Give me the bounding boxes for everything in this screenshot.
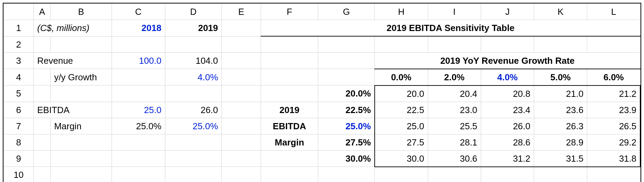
cell-D5[interactable] [165,85,221,102]
cell-H7[interactable]: 25.0 [375,118,428,134]
cell-L5[interactable]: 21.2 [587,85,640,102]
cell-F6[interactable]: 2019 [261,102,318,118]
cell-F9[interactable] [261,150,318,167]
cell-D7[interactable]: 25.0% [165,118,221,134]
cell-D6[interactable]: 26.0 [165,102,221,118]
cell-K7[interactable]: 26.3 [534,118,587,134]
cell-L2[interactable] [587,36,640,52]
cell-D10[interactable] [165,167,221,182]
cell-C5[interactable] [112,85,165,102]
cell-G7[interactable]: 25.0% [318,118,375,134]
cell-C3[interactable]: 100.0 [112,52,165,69]
cell-C6[interactable]: 25.0 [112,102,165,118]
cell-E10[interactable] [222,167,261,182]
cell-D1[interactable]: 2019 [165,20,221,37]
cell-I2[interactable] [428,36,481,52]
cell-D9[interactable] [165,150,221,167]
cell-J7[interactable]: 26.0 [481,118,534,134]
cell-F8[interactable]: Margin [261,134,318,150]
cell-G5[interactable]: 20.0% [318,85,375,102]
cell-E2[interactable] [222,36,261,52]
cell-H5[interactable]: 20.0 [375,85,428,102]
cell-H2[interactable] [375,36,428,52]
cell-A3-revenue-label[interactable]: Revenue [34,52,112,69]
cell-G3[interactable] [318,52,375,69]
cell-H8[interactable]: 27.5 [375,134,428,150]
cell-A4[interactable] [34,69,51,85]
cell-F1-sensitivity-title[interactable]: 2019 EBITDA Sensitivity Table [261,20,640,37]
cell-H4[interactable]: 0.0% [375,69,428,85]
cell-E8[interactable] [222,134,261,150]
cell-J9[interactable]: 31.2 [481,150,534,167]
cell-I8[interactable]: 28.1 [428,134,481,150]
cell-I10[interactable] [428,167,481,182]
cell-E6[interactable] [222,102,261,118]
cell-K8[interactable]: 28.9 [534,134,587,150]
cell-K4[interactable]: 5.0% [534,69,587,85]
cell-B7-margin-label[interactable]: Margin [51,118,112,134]
cell-K2[interactable] [534,36,587,52]
cell-J10[interactable] [481,167,534,182]
cell-F3[interactable] [261,52,318,69]
cell-E4[interactable] [222,69,261,85]
cell-B4-yoy-label[interactable]: y/y Growth [51,69,112,85]
cell-K10[interactable] [534,167,587,182]
cell-E7[interactable] [222,118,261,134]
cell-L4[interactable]: 6.0% [587,69,640,85]
cell-A2[interactable] [34,36,51,52]
cell-C7[interactable]: 25.0% [112,118,165,134]
cell-A6-ebitda-label[interactable]: EBITDA [34,102,112,118]
cell-G4[interactable]: 26.0 [318,69,375,85]
cell-B8[interactable] [51,134,112,150]
cell-L7[interactable]: 26.5 [587,118,640,134]
cell-F2[interactable] [261,36,318,52]
cell-I4[interactable]: 2.0% [428,69,481,85]
cell-E3[interactable] [222,52,261,69]
cell-G8[interactable]: 27.5% [318,134,375,150]
cell-G6[interactable]: 22.5% [318,102,375,118]
cell-K5[interactable]: 21.0 [534,85,587,102]
cell-A1[interactable]: (C$, millions) [34,20,112,37]
cell-I9[interactable]: 30.6 [428,150,481,167]
cell-H10[interactable] [375,167,428,182]
cell-A8[interactable] [34,134,51,150]
cell-E9[interactable] [222,150,261,167]
cell-C10[interactable] [112,167,165,182]
cell-J6[interactable]: 23.4 [481,102,534,118]
cell-F5[interactable] [261,85,318,102]
cell-L8[interactable]: 29.2 [587,134,640,150]
cell-L10[interactable] [587,167,640,182]
cell-F7[interactable]: EBITDA [261,118,318,134]
cell-C1[interactable]: 2018 [112,20,165,37]
cell-L9[interactable]: 31.8 [587,150,640,167]
cell-G2[interactable] [318,36,375,52]
cell-J8[interactable]: 28.6 [481,134,534,150]
cell-H3-yoy-title[interactable]: 2019 YoY Revenue Growth Rate [375,52,640,69]
cell-H6[interactable]: 22.5 [375,102,428,118]
cell-E5[interactable] [222,85,261,102]
cell-C4[interactable] [112,69,165,85]
cell-E1[interactable] [222,20,261,37]
cell-G10[interactable] [318,167,375,182]
cell-D8[interactable] [165,134,221,150]
cell-I7[interactable]: 25.5 [428,118,481,134]
cell-L6[interactable]: 23.9 [587,102,640,118]
cell-A5[interactable] [34,85,51,102]
cell-A7[interactable] [34,118,51,134]
cell-J2[interactable] [481,36,534,52]
cell-F4[interactable] [261,69,318,85]
cell-J5[interactable]: 20.8 [481,85,534,102]
cell-B9[interactable] [51,150,112,167]
cell-G9[interactable]: 30.0% [318,150,375,167]
cell-D4[interactable]: 4.0% [165,69,221,85]
cell-C2[interactable] [112,36,165,52]
cell-H9[interactable]: 30.0 [375,150,428,167]
cell-B5[interactable] [51,85,112,102]
cell-A10[interactable] [34,167,51,182]
cell-K6[interactable]: 23.6 [534,102,587,118]
cell-F10[interactable] [261,167,318,182]
cell-I5[interactable]: 20.4 [428,85,481,102]
cell-D3[interactable]: 104.0 [165,52,221,69]
cell-C8[interactable] [112,134,165,150]
cell-I6[interactable]: 23.0 [428,102,481,118]
